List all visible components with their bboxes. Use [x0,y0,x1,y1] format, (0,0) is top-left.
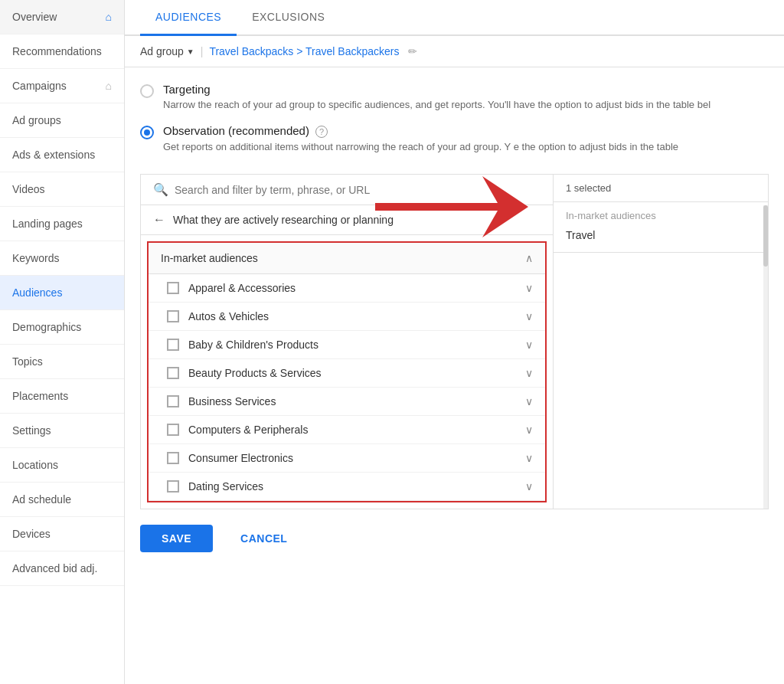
checkbox-beauty[interactable] [167,367,179,379]
targeting-radio[interactable] [140,84,154,98]
sidebar-item-ad-groups[interactable]: Ad groups [0,103,124,138]
item-baby: Baby & Children's Products [188,339,318,351]
panel-area: 🔍 ← What they are actively researching o… [140,174,769,509]
settings-label: Settings [12,424,51,437]
observation-option: Observation (recommended) ? Get reports … [140,124,769,154]
list-item: Autos & Vehicles ∨ [149,303,545,331]
sidebar-item-locations[interactable]: Locations [0,448,124,483]
breadcrumb: Ad group ▼ | Travel Backpacks > Travel B… [125,36,784,67]
save-button[interactable]: SAVE [140,525,213,552]
chevron-beauty-icon[interactable]: ∨ [525,367,533,379]
ads-extensions-label: Ads & extensions [12,149,95,161]
checkbox-apparel[interactable] [167,282,179,294]
advanced-bid-label: Advanced bid adj. [12,562,97,574]
cancel-button[interactable]: CANCEL [228,525,299,552]
checkbox-dating[interactable] [167,480,179,493]
adgroup-dropdown[interactable]: Ad group ▼ [140,45,194,57]
back-arrow-icon[interactable]: ← [153,213,165,227]
checkbox-business[interactable] [167,395,179,407]
right-panel-item: Travel [566,226,756,244]
sidebar-item-demographics[interactable]: Demographics [0,310,124,345]
tab-audiences[interactable]: AUDIENCES [140,0,237,36]
footer-actions: SAVE CANCEL [125,509,784,568]
sidebar-item-ads-extensions[interactable]: Ads & extensions [0,138,124,172]
checkbox-computers[interactable] [167,424,179,436]
scrollbar-thumb[interactable] [763,205,768,267]
chevron-autos-icon[interactable]: ∨ [525,310,533,322]
right-panel-header: 1 selected [554,175,768,202]
audiences-label: Audiences [12,286,62,299]
right-panel-section: In-market audiences Travel [554,202,768,253]
breadcrumb-path[interactable]: Travel Backpacks > Travel Backpackers [209,45,399,57]
campaigns-home-icon: ⌂ [106,80,112,92]
search-bar: 🔍 [141,175,553,205]
list-section-label: In-market audiences [161,252,258,264]
topics-label: Topics [12,355,43,368]
in-market-list: In-market audiences ∧ Apparel & Accessor… [147,241,547,502]
checkbox-autos[interactable] [167,310,179,322]
tab-exclusions[interactable]: EXCLUSIONS [237,0,340,36]
chevron-apparel-icon[interactable]: ∨ [525,282,533,294]
list-item: Apparel & Accessories ∨ [149,274,545,303]
devices-label: Devices [12,528,51,540]
item-beauty: Beauty Products & Services [188,367,322,379]
left-panel: 🔍 ← What they are actively researching o… [141,175,554,509]
dropdown-chevron-icon: ▼ [187,47,194,56]
list-collapse-icon[interactable]: ∧ [525,252,533,264]
recommendations-label: Recommendations [12,45,102,57]
sidebar-item-campaigns[interactable]: Campaigns ⌂ [0,69,124,103]
item-dating: Dating Services [188,480,263,493]
sidebar-item-landing-pages[interactable]: Landing pages [0,207,124,241]
selected-count: 1 selected [566,182,611,194]
targeting-desc: Narrow the reach of your ad group to spe… [163,98,710,112]
overview-label: Overview [12,11,57,23]
chevron-dating-icon[interactable]: ∨ [525,480,533,493]
targeting-label: Targeting [163,83,710,96]
edit-icon[interactable]: ✏ [408,45,417,57]
sidebar-item-recommendations[interactable]: Recommendations [0,34,124,69]
checkbox-consumer-elec[interactable] [167,452,179,464]
campaigns-label: Campaigns [12,80,67,92]
search-input[interactable] [175,184,541,196]
list-item: Baby & Children's Products ∨ [149,331,545,359]
right-panel-section-label: In-market audiences [566,210,756,221]
main-content: AUDIENCES EXCLUSIONS Ad group ▼ | Travel… [125,0,784,684]
search-icon: 🔍 [153,182,168,197]
sidebar-item-topics[interactable]: Topics [0,345,124,379]
list-item: Beauty Products & Services ∨ [149,359,545,388]
chevron-consumer-elec-icon[interactable]: ∨ [525,452,533,464]
sidebar-item-placements[interactable]: Placements [0,379,124,414]
home-icon: ⌂ [106,11,112,23]
sidebar-item-overview[interactable]: Overview ⌂ [0,0,124,34]
sidebar-item-audiences[interactable]: Audiences [0,276,124,310]
item-computers: Computers & Peripherals [188,424,308,436]
right-panel: 1 selected In-market audiences Travel [554,175,768,509]
help-icon[interactable]: ? [315,126,328,138]
observation-radio[interactable] [140,126,154,139]
chevron-baby-icon[interactable]: ∨ [525,339,533,351]
sidebar-item-videos[interactable]: Videos [0,172,124,207]
sidebar-item-ad-schedule[interactable]: Ad schedule [0,483,124,517]
chevron-computers-icon[interactable]: ∨ [525,424,533,436]
observation-text: Observation (recommended) ? Get reports … [163,124,678,154]
item-consumer-elec: Consumer Electronics [188,452,293,464]
item-apparel: Apparel & Accessories [188,282,296,294]
sidebar-item-settings[interactable]: Settings [0,414,124,448]
scrollbar-track [763,205,768,509]
breadcrumb-separator: | [201,45,204,57]
sidebar-item-keywords[interactable]: Keywords [0,241,124,276]
list-item: Computers & Peripherals ∨ [149,416,545,444]
sidebar-item-devices[interactable]: Devices [0,517,124,551]
targeting-option: Targeting Narrow the reach of your ad gr… [140,83,769,112]
sidebar-item-advanced-bid[interactable]: Advanced bid adj. [0,551,124,586]
locations-label: Locations [12,459,58,471]
chevron-business-icon[interactable]: ∨ [525,395,533,407]
checkbox-baby[interactable] [167,339,179,351]
targeting-text: Targeting Narrow the reach of your ad gr… [163,83,710,112]
nav-label: What they are actively researching or pl… [173,214,394,226]
videos-label: Videos [12,183,45,195]
tabs-row: AUDIENCES EXCLUSIONS [125,0,784,36]
keywords-label: Keywords [12,252,59,264]
list-item: Business Services ∨ [149,388,545,416]
sidebar: Overview ⌂ Recommendations Campaigns ⌂ A… [0,0,125,684]
